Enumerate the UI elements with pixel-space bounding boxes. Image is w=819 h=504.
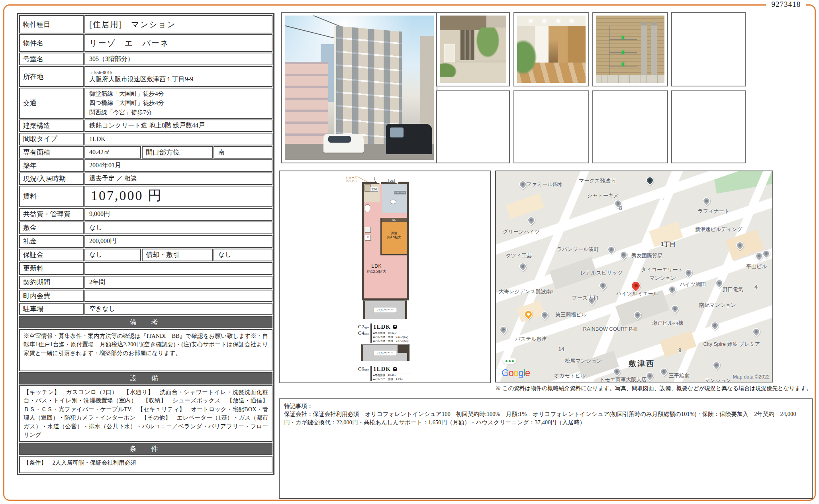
row-label: 号室名 xyxy=(19,53,84,65)
document-number: 9273418 xyxy=(766,0,807,9)
row-value: 1LDK xyxy=(84,133,272,145)
section-text: 【キッチン】 ガスコンロ（2口） 【水廻り】 洗面台・シャワートイレ・洗髪洗面化… xyxy=(19,385,272,442)
mailbox-image xyxy=(596,16,664,83)
row-sublabel: 開口部方位 xyxy=(142,146,213,159)
floorplan-type-legend-c6: C6type1LDK■専有面積 40.42㎡■バルコニー面積 4.23㎡ xyxy=(357,366,421,381)
row-label: 保証金 xyxy=(19,249,84,261)
row-label: 更新料 xyxy=(19,262,84,275)
row-label: 専有面積 xyxy=(19,146,84,159)
table-row: 間取タイプ1LDK xyxy=(19,133,272,145)
empty-photo-slot xyxy=(671,12,746,86)
row-value: 107,000 円 xyxy=(84,186,272,207)
shoes-box-label: シューズ ボックス xyxy=(346,176,357,182)
table-row: 物件名リーゾ エ パーネ xyxy=(19,34,272,52)
map-place-label: オカモトビル xyxy=(554,372,586,379)
plan-spec-line: ■バルコニー面積 9.47㎡(C4) xyxy=(373,339,421,343)
row-label: 現況/入居時期 xyxy=(19,173,84,185)
map-place-label: ハイツ網田 xyxy=(680,281,706,288)
row-label: 敷金 xyxy=(19,222,84,234)
map-place-label: 9 xyxy=(678,347,682,353)
row-subvalue: 南 xyxy=(214,146,272,159)
row-value: なし xyxy=(84,222,272,234)
map-place-label: タツイ工芸 xyxy=(506,252,532,259)
kitchen-fixture: × xyxy=(365,235,371,241)
map-place-label: パステル敷津 xyxy=(515,335,547,343)
table-row: 現況/入居時期退去予定 ／ 相談 xyxy=(19,173,272,185)
row-label: 駐車場 xyxy=(19,303,84,315)
map-place-label: ← xyxy=(562,233,568,240)
map-place-label: 野田電気 xyxy=(723,286,743,293)
plan-type-names: C2typeC4type xyxy=(357,324,369,337)
bedroom-area: CL 洋室 約4.5帖大 xyxy=(380,218,407,255)
floorplan-drawing: シューズ ボックス 玄関 UB UB 1216 × CL xyxy=(359,175,413,379)
table-row: 建築構造鉄筋コンクリート造 地上8階 総戸数44戸 xyxy=(19,120,272,132)
balcony-diagram: バルコニー xyxy=(361,344,410,361)
entrance-area: 玄関 xyxy=(364,184,380,202)
map-place-label: タイコーエリート xyxy=(641,266,683,273)
map-place-label: マークス難波南 xyxy=(579,177,615,184)
legend-divider xyxy=(370,366,372,381)
map-pin-icon xyxy=(498,324,509,335)
empty-photo-slot xyxy=(436,90,510,163)
map-place-label: レアルスピリッツ xyxy=(580,269,623,277)
map-place-label: 敷津西 xyxy=(629,359,655,369)
row-value: なし xyxy=(84,249,141,261)
section-header: 備 考 xyxy=(19,316,272,328)
row-label: 所在地 xyxy=(19,66,84,87)
compass-icon xyxy=(393,325,397,329)
corridor-image xyxy=(517,16,586,83)
special-notes-panel: 特記事項： 保証会社：保証会社利用必須 オリコフォレントインシュア100 初回契… xyxy=(279,398,813,499)
balcony-diagram-label: バルコニー xyxy=(374,350,397,356)
map-place-label: グリーンハイツ xyxy=(503,228,540,235)
table-row: 保証金なし償却・敷引なし xyxy=(19,249,272,261)
transit-line: 四つ橋線「大国町」徒歩4分 xyxy=(89,98,268,108)
shoes-leader-line xyxy=(357,176,366,182)
row-value: 2年間 xyxy=(84,276,272,289)
ub-size-label: UB 1216 xyxy=(394,191,406,194)
section-text: ※空室情報・募集条件・案内方法等の確認は『ITANDI BB』で確認をお願い致し… xyxy=(19,329,272,371)
row-sublabel: 償却・敷引 xyxy=(142,249,213,261)
map-place-label: ファミール錦水 xyxy=(526,181,563,188)
row-label: 町内会費 xyxy=(19,290,84,302)
map-place-label: 秀友国際貿易 xyxy=(631,252,662,259)
map-place-label: 南紀マンション xyxy=(699,302,736,309)
plan-type-name: C6type xyxy=(357,366,369,372)
bedroom-label: 洋室 約4.5帖大 xyxy=(382,231,407,239)
ub-label: UB xyxy=(388,179,395,182)
special-notes-title: 特記事項： xyxy=(284,402,807,410)
table-row: 契約期間2年間 xyxy=(19,276,272,289)
closet-label: CL xyxy=(382,218,407,222)
map-place-label: 平山ビル xyxy=(746,263,767,270)
row-value: リーゾ エ パーネ xyxy=(84,34,272,52)
compass-icon xyxy=(393,367,397,371)
plan-spec-line: ■専有面積 40.42㎡ xyxy=(373,373,421,377)
map-pin-icon xyxy=(751,326,762,337)
balcony-area: バルコニー xyxy=(363,300,407,319)
empty-photo-slot xyxy=(592,90,668,163)
plan-type-name: C4type xyxy=(357,330,369,336)
table-row: 所在地〒556-0015大阪府大阪市浪速区敷津西１丁目9-9 xyxy=(19,66,272,87)
google-logo: Google xyxy=(502,367,530,378)
transit-line: 関西線「今宮」徒歩7分 xyxy=(89,108,268,117)
row-label: 契約期間 xyxy=(19,276,84,289)
table-row: 賃料107,000 円 xyxy=(19,186,272,207)
table-row: 号室名305（3階部分） xyxy=(19,53,272,65)
row-value: 200,000円 xyxy=(84,235,272,248)
streetview-indicator xyxy=(503,358,516,364)
table-row: 物件種目[住居用] マンション xyxy=(19,15,272,33)
table-row: 駐車場空きなし xyxy=(19,303,272,315)
row-value: 9,000円 xyxy=(84,208,272,221)
map-place-label: 三平給食 xyxy=(669,372,690,379)
section-header: 条 件 xyxy=(19,443,272,455)
special-notes-body: 保証会社：保証会社利用必須 オリコフォレントインシュア100 初回契約時:100… xyxy=(284,410,807,426)
map-place-label: マンション xyxy=(649,275,676,282)
plan-layout-type: 1LDK xyxy=(373,366,391,373)
plan-spec-line: ■専有面積 40.42㎡ xyxy=(373,331,421,335)
transit-line: 御堂筋線「大国町」徒歩4分 xyxy=(89,89,268,98)
map-place-label: フーズ大和 xyxy=(572,294,598,302)
row-value xyxy=(84,262,272,275)
row-label: 礼金 xyxy=(19,235,84,248)
building-exterior-photo xyxy=(281,12,437,163)
map-place-label: 1丁目 xyxy=(660,241,676,248)
disclaimer-note: ※ この資料は物件の概略紹介資料になります。写真、間取図面、設備、概要などが現況… xyxy=(496,385,812,392)
